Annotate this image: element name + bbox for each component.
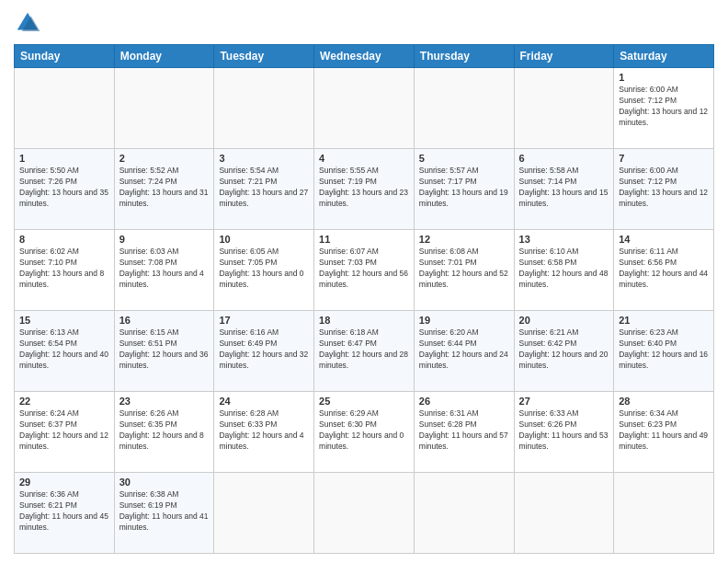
cell-info: Sunrise: 6:05 AMSunset: 7:05 PMDaylight:… (219, 247, 303, 289)
cell-info: Sunrise: 6:29 AMSunset: 6:30 PMDaylight:… (319, 408, 404, 451)
calendar-cell: 1Sunrise: 5:50 AMSunset: 7:26 PMDaylight… (15, 149, 115, 230)
cell-info: Sunrise: 6:21 AMSunset: 6:42 PMDaylight:… (519, 327, 609, 370)
day-number: 5 (419, 153, 509, 164)
calendar-cell (214, 68, 314, 149)
cell-info: Sunrise: 5:58 AMSunset: 7:14 PMDaylight:… (519, 166, 609, 208)
day-number: 13 (519, 234, 609, 245)
day-number: 1 (19, 153, 109, 164)
logo-icon (14, 9, 41, 37)
calendar-cell: 11Sunrise: 6:07 AMSunset: 7:03 PMDayligh… (314, 230, 415, 311)
calendar-cell: 17Sunrise: 6:16 AMSunset: 6:49 PMDayligh… (214, 311, 314, 392)
calendar-cell: 29Sunrise: 6:36 AMSunset: 6:21 PMDayligh… (15, 473, 115, 554)
calendar-cell (214, 473, 314, 554)
calendar-cell: 14Sunrise: 6:11 AMSunset: 6:56 PMDayligh… (614, 230, 714, 311)
col-thursday: Thursday (414, 45, 514, 68)
calendar-cell (414, 68, 514, 149)
cell-info: Sunrise: 6:15 AMSunset: 6:51 PMDaylight:… (119, 327, 209, 370)
day-number: 11 (319, 234, 409, 245)
calendar-cell: 22Sunrise: 6:24 AMSunset: 6:37 PMDayligh… (15, 392, 115, 473)
day-number: 1 (619, 72, 709, 83)
day-number: 7 (619, 153, 709, 164)
cell-info: Sunrise: 6:31 AMSunset: 6:28 PMDaylight:… (419, 408, 508, 451)
day-number: 28 (619, 396, 709, 407)
day-number: 19 (419, 315, 509, 326)
cell-info: Sunrise: 6:03 AMSunset: 7:08 PMDaylight:… (119, 247, 204, 289)
calendar-cell: 23Sunrise: 6:26 AMSunset: 6:35 PMDayligh… (114, 392, 214, 473)
calendar-cell: 6Sunrise: 5:58 AMSunset: 7:14 PMDaylight… (514, 149, 614, 230)
calendar-cell: 20Sunrise: 6:21 AMSunset: 6:42 PMDayligh… (514, 311, 614, 392)
day-number: 12 (419, 234, 509, 245)
calendar-cell: 19Sunrise: 6:20 AMSunset: 6:44 PMDayligh… (414, 311, 514, 392)
day-number: 24 (219, 396, 309, 407)
calendar-header-row: Sunday Monday Tuesday Wednesday Thursday… (15, 45, 714, 68)
col-monday: Monday (114, 45, 214, 68)
cell-info: Sunrise: 5:57 AMSunset: 7:17 PMDaylight:… (419, 166, 508, 208)
calendar-week-1: 1Sunrise: 5:50 AMSunset: 7:26 PMDaylight… (15, 149, 714, 230)
day-number: 6 (519, 153, 609, 164)
day-number: 20 (519, 315, 609, 326)
calendar-cell: 4Sunrise: 5:55 AMSunset: 7:19 PMDaylight… (314, 149, 415, 230)
cell-info: Sunrise: 6:33 AMSunset: 6:26 PMDaylight:… (519, 408, 609, 451)
calendar-cell: 8Sunrise: 6:02 AMSunset: 7:10 PMDaylight… (15, 230, 115, 311)
cell-info: Sunrise: 5:52 AMSunset: 7:24 PMDaylight:… (119, 166, 209, 208)
cell-info: Sunrise: 6:23 AMSunset: 6:40 PMDaylight:… (619, 327, 708, 370)
day-number: 22 (19, 396, 109, 407)
cell-info: Sunrise: 6:07 AMSunset: 7:03 PMDaylight:… (319, 247, 408, 289)
calendar-cell: 27Sunrise: 6:33 AMSunset: 6:26 PMDayligh… (514, 392, 614, 473)
col-saturday: Saturday (614, 45, 714, 68)
calendar-cell: 15Sunrise: 6:13 AMSunset: 6:54 PMDayligh… (15, 311, 115, 392)
cell-info: Sunrise: 6:34 AMSunset: 6:23 PMDaylight:… (619, 408, 708, 451)
calendar-cell (314, 68, 415, 149)
calendar-cell (514, 473, 614, 554)
cell-info: Sunrise: 6:20 AMSunset: 6:44 PMDaylight:… (419, 327, 508, 370)
cell-info: Sunrise: 6:11 AMSunset: 6:56 PMDaylight:… (619, 247, 708, 289)
calendar-cell: 9Sunrise: 6:03 AMSunset: 7:08 PMDaylight… (114, 230, 214, 311)
cell-info: Sunrise: 6:00 AMSunset: 7:12 PMDaylight:… (619, 85, 708, 127)
calendar-cell: 21Sunrise: 6:23 AMSunset: 6:40 PMDayligh… (614, 311, 714, 392)
calendar-page: Sunday Monday Tuesday Wednesday Thursday… (0, 0, 728, 563)
day-number: 25 (319, 396, 409, 407)
cell-info: Sunrise: 6:28 AMSunset: 6:33 PMDaylight:… (219, 408, 303, 451)
day-number: 16 (119, 315, 210, 326)
day-number: 14 (619, 234, 709, 245)
cell-info: Sunrise: 6:16 AMSunset: 6:49 PMDaylight:… (219, 327, 308, 370)
calendar-cell: 10Sunrise: 6:05 AMSunset: 7:05 PMDayligh… (214, 230, 314, 311)
header (14, 9, 714, 37)
cell-info: Sunrise: 6:13 AMSunset: 6:54 PMDaylight:… (19, 327, 108, 370)
calendar-cell (614, 473, 714, 554)
calendar-cell: 5Sunrise: 5:57 AMSunset: 7:17 PMDaylight… (414, 149, 514, 230)
cell-info: Sunrise: 6:26 AMSunset: 6:35 PMDaylight:… (119, 408, 204, 451)
day-number: 29 (19, 477, 109, 488)
calendar-cell: 7Sunrise: 6:00 AMSunset: 7:12 PMDaylight… (614, 149, 714, 230)
calendar-cell: 1Sunrise: 6:00 AMSunset: 7:12 PMDaylight… (614, 68, 714, 149)
calendar-cell: 28Sunrise: 6:34 AMSunset: 6:23 PMDayligh… (614, 392, 714, 473)
calendar-cell: 16Sunrise: 6:15 AMSunset: 6:51 PMDayligh… (114, 311, 214, 392)
day-number: 30 (119, 477, 210, 488)
calendar-cell (514, 68, 614, 149)
cell-info: Sunrise: 5:50 AMSunset: 7:26 PMDaylight:… (19, 166, 108, 208)
calendar-cell: 12Sunrise: 6:08 AMSunset: 7:01 PMDayligh… (414, 230, 514, 311)
calendar-week-5: 29Sunrise: 6:36 AMSunset: 6:21 PMDayligh… (15, 473, 714, 554)
calendar-cell (15, 68, 115, 149)
calendar-cell: 24Sunrise: 6:28 AMSunset: 6:33 PMDayligh… (214, 392, 314, 473)
calendar-cell: 25Sunrise: 6:29 AMSunset: 6:30 PMDayligh… (314, 392, 415, 473)
day-number: 23 (119, 396, 210, 407)
calendar-week-3: 15Sunrise: 6:13 AMSunset: 6:54 PMDayligh… (15, 311, 714, 392)
cell-info: Sunrise: 5:54 AMSunset: 7:21 PMDaylight:… (219, 166, 308, 208)
day-number: 18 (319, 315, 409, 326)
col-sunday: Sunday (15, 45, 115, 68)
day-number: 27 (519, 396, 609, 407)
day-number: 8 (19, 234, 109, 245)
calendar-cell (314, 473, 415, 554)
day-number: 10 (219, 234, 309, 245)
logo (14, 9, 45, 37)
cell-info: Sunrise: 6:00 AMSunset: 7:12 PMDaylight:… (619, 166, 708, 208)
cell-info: Sunrise: 6:10 AMSunset: 6:58 PMDaylight:… (519, 247, 609, 289)
cell-info: Sunrise: 6:02 AMSunset: 7:10 PMDaylight:… (19, 247, 104, 289)
calendar-cell: 13Sunrise: 6:10 AMSunset: 6:58 PMDayligh… (514, 230, 614, 311)
col-friday: Friday (514, 45, 614, 68)
calendar-cell (414, 473, 514, 554)
calendar-cell (114, 68, 214, 149)
calendar-table: Sunday Monday Tuesday Wednesday Thursday… (14, 44, 714, 554)
col-tuesday: Tuesday (214, 45, 314, 68)
